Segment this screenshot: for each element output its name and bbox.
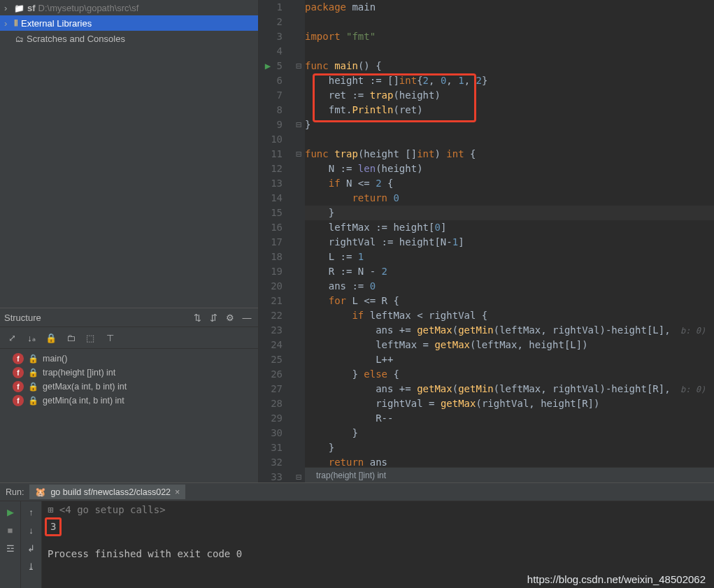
editor-gutter[interactable]: 1234▶ 5678910111213141516171819202122232… [259, 0, 292, 482]
function-badge-icon: f [13, 353, 24, 364]
fold-toggle [292, 44, 305, 59]
code-line[interactable]: package main [305, 0, 714, 15]
code-line[interactable]: ret := trap(height) [305, 88, 714, 103]
scratches-label: Scratches and Consoles [27, 34, 125, 44]
structure-toolbar: ⤢ ↓ₐ 🔒 🗀 ⬚ ⊤ [0, 327, 258, 349]
code-line[interactable]: for L <= R { [305, 294, 714, 308]
code-line[interactable]: } [305, 426, 714, 440]
wrap-icon[interactable]: ↲ [25, 542, 38, 554]
structure-item[interactable]: f🔒getMin(a int, b int) int [0, 394, 258, 408]
console-fold-line[interactable]: ⊞ [48, 504, 59, 515]
sort-icon-2[interactable]: ⇵ [207, 311, 221, 324]
code-line[interactable]: N := len(height) [305, 162, 714, 176]
fold-toggle[interactable]: ⊟ [292, 470, 305, 485]
fold-toggle [292, 15, 305, 29]
code-line[interactable]: func main() { [305, 59, 714, 73]
run-line-icon[interactable]: ▶ [265, 60, 271, 71]
console-output-value: 3 [45, 517, 62, 536]
project-tree[interactable]: › sf D:\mysetup\gopath\src\sf › External… [0, 0, 258, 308]
code-line[interactable]: if N <= 2 { [305, 176, 714, 191]
tree-icon[interactable]: ⊤ [103, 331, 116, 344]
sort-icon[interactable]: ⇅ [190, 311, 204, 324]
fold-toggle [292, 220, 305, 235]
code-line[interactable]: leftMax := height[0] [305, 220, 714, 235]
code-line[interactable]: height := []int{2, 0, 1, 2} [305, 73, 714, 88]
code-line[interactable]: fmt.Println(ret) [305, 103, 714, 117]
fold-toggle [292, 367, 305, 382]
code-line[interactable]: ans += getMax(getMin(leftMax, rightVal)-… [305, 323, 714, 338]
code-line[interactable]: if leftMax < rightVal { [305, 308, 714, 323]
structure-item[interactable]: f🔒main() [0, 352, 258, 366]
up-icon[interactable]: ↑ [25, 505, 38, 518]
run-panel-header: Run: 🐹 go build sf/newclass2/class022 × [0, 483, 714, 501]
library-icon [14, 17, 18, 29]
code-line[interactable]: R-- [305, 411, 714, 426]
code-line[interactable] [305, 15, 714, 29]
code-line[interactable]: } [305, 206, 714, 220]
fold-toggle [292, 73, 305, 88]
fold-toggle [292, 103, 305, 117]
code-line[interactable]: rightVal := height[N-1] [305, 235, 714, 250]
close-icon[interactable]: × [175, 487, 180, 497]
external-libraries-row[interactable]: › External Libraries [0, 15, 258, 31]
fold-toggle[interactable]: ⊟ [292, 59, 305, 73]
fold-toggle [292, 29, 305, 44]
scroll-icon[interactable]: ⤓ [25, 560, 38, 573]
stop-icon[interactable]: ■ [4, 524, 17, 536]
code-editor[interactable]: 1234▶ 5678910111213141516171819202122232… [259, 0, 714, 482]
sort-alpha-icon[interactable]: ↓ₐ [25, 331, 38, 344]
editor-code-area[interactable]: package mainimport "fmt"func main() { he… [305, 0, 714, 482]
fold-toggle [292, 176, 305, 191]
lock-icon[interactable]: 🔒 [45, 331, 57, 344]
structure-item[interactable]: f🔒trap(height []int) int [0, 366, 258, 380]
run-toolbar-left: ▶ ■ ☲ [0, 501, 21, 588]
code-line[interactable] [305, 132, 714, 147]
console-output[interactable]: ⊞ <4 go setup calls> 3 Process finished … [42, 501, 714, 588]
fold-toggle[interactable]: ⊟ [292, 147, 305, 162]
code-line[interactable]: R := N - 2 [305, 264, 714, 279]
code-line[interactable]: ans += getMax(getMin(leftMax, rightVal)-… [305, 382, 714, 396]
fold-toggle [292, 264, 305, 279]
code-line[interactable]: } [305, 440, 714, 455]
code-line[interactable] [305, 44, 714, 59]
fold-toggle [292, 206, 305, 220]
structure-item[interactable]: f🔒getMax(a int, b int) int [0, 380, 258, 394]
run-icon[interactable]: ▶ [4, 505, 17, 518]
code-line[interactable]: L++ [305, 352, 714, 367]
layout-icon[interactable]: ☲ [4, 542, 17, 554]
lock-icon: 🔒 [28, 382, 38, 392]
navigate-icon[interactable]: ⬚ [84, 331, 97, 344]
fold-toggle [292, 191, 305, 206]
fold-toggle [292, 382, 305, 396]
breadcrumb[interactable]: trap(height []int) int [305, 467, 714, 482]
minimize-icon[interactable]: — [240, 311, 254, 324]
project-root-path: D:\mysetup\gopath\src\sf [38, 3, 139, 13]
code-line[interactable]: func trap(height []int) int { [305, 147, 714, 162]
fold-toggle [292, 426, 305, 440]
expand-icon[interactable]: ⤢ [6, 331, 18, 344]
function-badge-icon: f [13, 367, 24, 378]
run-config-tab[interactable]: 🐹 go build sf/newclass2/class022 × [29, 485, 185, 499]
code-line[interactable]: } else { [305, 367, 714, 382]
file-icon[interactable]: 🗀 [64, 331, 77, 344]
fold-toggle [292, 294, 305, 308]
code-line[interactable]: } [305, 117, 714, 132]
settings-icon[interactable]: ⚙ [223, 311, 237, 324]
fold-toggle[interactable]: ⊟ [292, 117, 305, 132]
fold-toggle [292, 88, 305, 103]
code-line[interactable]: ans := 0 [305, 279, 714, 294]
structure-list[interactable]: f🔒main()f🔒trap(height []int) intf🔒getMax… [0, 349, 258, 482]
editor-fold-column[interactable]: ⊟⊟⊟⊟ [292, 0, 305, 482]
project-root-row[interactable]: › sf D:\mysetup\gopath\src\sf [0, 0, 258, 15]
lock-icon: 🔒 [28, 354, 38, 364]
scratches-row[interactable]: Scratches and Consoles [0, 31, 258, 46]
code-line[interactable]: rightVal = getMax(rightVal, height[R]) [305, 396, 714, 411]
code-line[interactable]: import "fmt" [305, 29, 714, 44]
down-icon[interactable]: ↓ [25, 524, 38, 536]
code-line[interactable]: L := 1 [305, 250, 714, 264]
code-line[interactable]: leftMax = getMax(leftMax, height[L]) [305, 338, 714, 352]
chevron-right-icon: › [4, 18, 11, 29]
code-line[interactable]: return 0 [305, 191, 714, 206]
structure-title: Structure [4, 313, 41, 323]
fold-toggle [292, 338, 305, 352]
